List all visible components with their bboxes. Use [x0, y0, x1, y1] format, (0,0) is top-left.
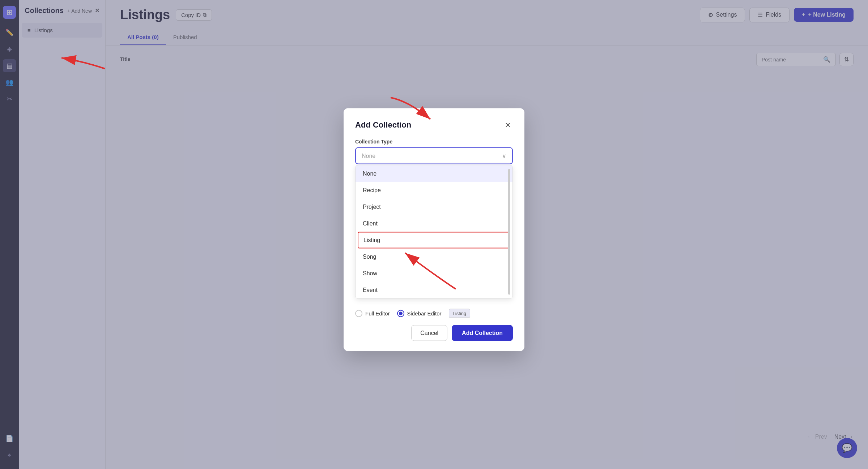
full-editor-radio[interactable]: [355, 310, 362, 317]
modal-title: Add Collection: [355, 120, 411, 130]
sidebar-editor-label: Sidebar Editor: [407, 310, 442, 317]
modal-footer: Full Editor Sidebar Editor Listing Cance…: [355, 309, 513, 341]
cancel-button[interactable]: Cancel: [411, 325, 447, 341]
sidebar-editor-radio[interactable]: [397, 310, 404, 317]
collection-type-dropdown[interactable]: None ∨: [355, 147, 513, 164]
close-icon: ✕: [505, 121, 511, 129]
full-editor-option[interactable]: Full Editor: [355, 310, 390, 317]
option-show[interactable]: Show: [356, 265, 512, 282]
option-project[interactable]: Project: [356, 199, 512, 215]
full-editor-label: Full Editor: [365, 310, 390, 317]
collection-type-label: Collection Type: [355, 139, 513, 145]
chevron-down-icon: ∨: [502, 152, 506, 159]
modal-close-button[interactable]: ✕: [503, 120, 513, 130]
dropdown-placeholder: None: [362, 152, 375, 159]
modal-actions: Cancel Add Collection: [355, 325, 513, 341]
option-event[interactable]: Event: [356, 282, 512, 298]
dropdown-scrollbar[interactable]: [508, 169, 510, 295]
option-listing[interactable]: Listing: [358, 232, 510, 249]
option-none[interactable]: None: [356, 165, 512, 182]
option-recipe[interactable]: Recipe: [356, 182, 512, 199]
add-collection-modal: Add Collection ✕ Collection Type None ∨ …: [344, 108, 524, 351]
option-song[interactable]: Song: [356, 249, 512, 265]
option-client[interactable]: Client: [356, 215, 512, 232]
dropdown-list: None Recipe Project Client Listing Song …: [355, 165, 513, 299]
modal-header: Add Collection ✕: [355, 120, 513, 130]
listing-badge: Listing: [449, 309, 471, 318]
editor-options: Full Editor Sidebar Editor Listing: [355, 309, 513, 318]
add-collection-button[interactable]: Add Collection: [452, 325, 513, 341]
sidebar-editor-option[interactable]: Sidebar Editor: [397, 310, 442, 317]
